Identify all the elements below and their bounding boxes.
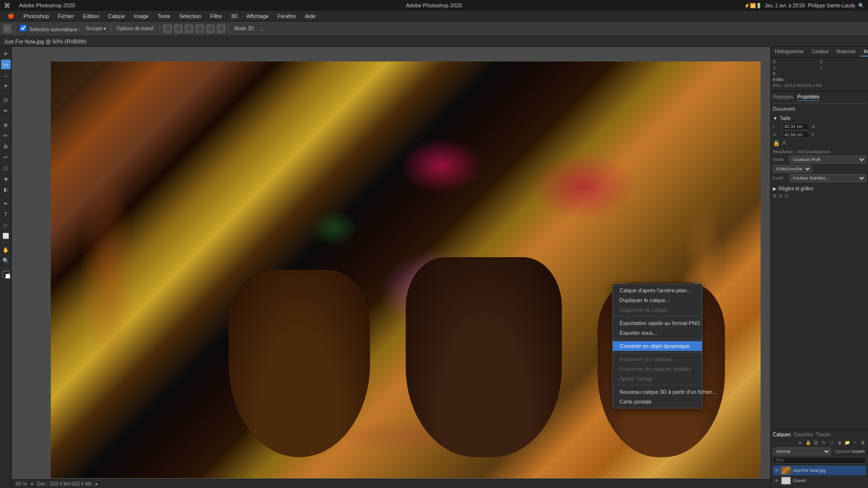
- tool-stamp[interactable]: ⊞: [1, 142, 11, 151]
- align-top-btn[interactable]: ⬛: [195, 24, 204, 33]
- layer-filter-btn[interactable]: ⊛: [797, 439, 804, 446]
- ctx-sep-1: [613, 316, 702, 317]
- tab-histogramme[interactable]: Histogramme: [771, 47, 807, 57]
- apple-logo[interactable]: ⌘: [4, 2, 10, 9]
- tool-shape[interactable]: ⬜: [1, 231, 11, 241]
- search-icon[interactable]: 🔍: [858, 3, 864, 8]
- tab-traces[interactable]: Tracés: [816, 432, 830, 437]
- layer-fx-btn[interactable]: fx: [820, 439, 827, 446]
- tab-nuancier[interactable]: Nuancier: [833, 47, 860, 57]
- menu-filtre[interactable]: Filtre: [206, 12, 226, 20]
- tab-couleur[interactable]: Couleur: [807, 47, 832, 57]
- tool-crop[interactable]: ⊡: [1, 95, 11, 105]
- layer-lock-btn[interactable]: 🔒: [805, 439, 811, 446]
- ctx-nouveau-calque-3d[interactable]: Nouveau calque 3D à partir d'un fichier.…: [613, 387, 702, 397]
- layer-vis-2[interactable]: 👁: [774, 478, 779, 484]
- menu-edition[interactable]: Edition: [79, 12, 103, 20]
- ctx-convertir-objet[interactable]: Convertir en objet dynamique: [613, 341, 702, 351]
- auto-select-check[interactable]: [20, 25, 26, 31]
- layers-search[interactable]: [773, 457, 866, 464]
- align-bottom-btn[interactable]: ⬛: [217, 24, 226, 33]
- layer-group-btn[interactable]: 📁: [844, 439, 850, 446]
- layer-del-btn[interactable]: 🗑: [859, 439, 866, 446]
- menu-apple[interactable]: 🍎: [4, 12, 19, 20]
- mode-3d[interactable]: Mode 3D: [232, 25, 256, 32]
- layer-add-btn[interactable]: +: [851, 439, 858, 446]
- app-name: Adobe Photoshop 2020: [19, 2, 75, 8]
- options-transf[interactable]: Options de transf.: [114, 25, 157, 32]
- tool-eraser[interactable]: ◻: [1, 163, 11, 173]
- tool-zoom[interactable]: 🔍: [1, 256, 11, 265]
- tool-history[interactable]: ↩: [1, 152, 11, 162]
- align-center-btn[interactable]: ⬛: [174, 24, 183, 33]
- menu-calque[interactable]: Calque: [104, 12, 129, 20]
- toolbar-sep-2: [111, 25, 111, 33]
- layer-link-btn[interactable]: ⛓: [812, 439, 819, 446]
- blend-mode-select[interactable]: Normal: [773, 447, 831, 455]
- bits-select[interactable]: 8 bits/couche: [773, 165, 812, 173]
- tool-magic-wand[interactable]: ✦: [1, 81, 11, 91]
- menu-affichage[interactable]: Affichage: [243, 12, 273, 20]
- menu-selection[interactable]: Sélection: [175, 12, 205, 20]
- tool-text[interactable]: T: [1, 209, 11, 219]
- tab-couches[interactable]: Couches: [794, 432, 813, 437]
- canvas-area: 50 % ▾ Doc : 103,4 Mo/103,4 Mo ▸ Calque …: [12, 47, 770, 488]
- tool-hand[interactable]: ✋: [1, 245, 11, 255]
- tab-reglages[interactable]: Réglages: [773, 93, 793, 101]
- ctx-dupliquer[interactable]: Dupliquer le calque...: [613, 295, 702, 305]
- ctx-exportation-png[interactable]: Exportation rapide au format PNG: [613, 318, 702, 328]
- tool-sep-2: [2, 118, 10, 118]
- menu-fenetre[interactable]: Fenêtre: [273, 12, 300, 20]
- regles-section: ▶ Règles et grilles ⊞ ⊟ ⊡: [773, 186, 866, 198]
- more-options[interactable]: ...: [258, 25, 266, 32]
- groupe-dropdown[interactable]: Groupe ▾: [84, 25, 108, 32]
- height-input[interactable]: [783, 131, 809, 138]
- opacity-label: Opacité: [835, 449, 849, 454]
- layer-adj-btn[interactable]: ◑: [836, 439, 843, 446]
- menu-photoshop[interactable]: Photoshop: [20, 12, 53, 20]
- tool-dodge[interactable]: ◐: [1, 184, 11, 194]
- menu-image[interactable]: Image: [130, 12, 153, 20]
- ctx-carte-postale[interactable]: Carte postale: [613, 397, 702, 407]
- tool-path-select[interactable]: ▷: [1, 220, 11, 230]
- menu-texte[interactable]: Texte: [154, 12, 174, 20]
- tool-select-rect[interactable]: ▭: [1, 60, 11, 69]
- tab-informations[interactable]: Informations: [860, 47, 868, 57]
- align-left-btn[interactable]: ⬛: [163, 24, 172, 33]
- width-input[interactable]: [783, 123, 809, 130]
- menu-aide[interactable]: Aide: [301, 12, 319, 20]
- tool-lasso[interactable]: ⌓: [1, 70, 11, 80]
- tool-gradient[interactable]: ◈: [1, 174, 11, 183]
- tab-proprietes[interactable]: Propriétés: [797, 93, 820, 101]
- layer-thumb-img-2: [782, 477, 790, 484]
- tool-eyedropper[interactable]: ✒: [1, 106, 11, 116]
- tool-brush[interactable]: ✏: [1, 131, 11, 141]
- tool-sep-3: [2, 196, 10, 197]
- width-lock: ✕: [811, 124, 815, 129]
- tab-calques[interactable]: Calques: [773, 432, 791, 437]
- layer-item-2[interactable]: 👁 Ouvrirt: [773, 476, 866, 486]
- fond-label: Fond: [773, 176, 787, 181]
- menu-fichier[interactable]: Fichier: [54, 12, 78, 20]
- ctx-exporter-sous[interactable]: Exporter sous...: [613, 328, 702, 338]
- foreground-color[interactable]: [2, 271, 9, 278]
- layer-vis-1[interactable]: 👁: [774, 468, 779, 473]
- align-right-btn[interactable]: ⬛: [185, 24, 193, 33]
- tool-pen[interactable]: ✒: [1, 199, 11, 208]
- taille-section: ▼ Taille L ✕ H Y 🔒 A Réso: [773, 116, 866, 182]
- layer-mask-btn[interactable]: ◻: [828, 439, 835, 446]
- fond-select[interactable]: Couleur d'arrière...: [789, 174, 866, 182]
- mode-select[interactable]: Couleurs RVB: [789, 156, 866, 163]
- ctx-calque-apres-plan[interactable]: Calque d'après l'arrière-plan...: [613, 285, 702, 295]
- move-tool-btn[interactable]: ↔: [3, 24, 12, 33]
- ctx-sep-2: [613, 339, 702, 340]
- info-xy-row: X Y: [820, 60, 867, 77]
- tool-heal[interactable]: ⊕: [1, 120, 11, 130]
- system-bar-right: ⚡📶🔋 Jeu. 2 avr. à 20:56 Philippe Sainte-…: [744, 3, 864, 8]
- layer-item-1[interactable]: 👁 Just For Now.jpg: [773, 466, 866, 475]
- align-mid-btn[interactable]: ⬛: [206, 24, 215, 33]
- menu-3d[interactable]: 3D: [227, 12, 242, 20]
- status-bar: 50 % ▾ Doc : 103,4 Mo/103,4 Mo ▸: [12, 479, 770, 488]
- selection-auto-checkbox[interactable]: Sélection automatique :: [18, 24, 82, 33]
- tool-move[interactable]: ✛: [1, 49, 11, 59]
